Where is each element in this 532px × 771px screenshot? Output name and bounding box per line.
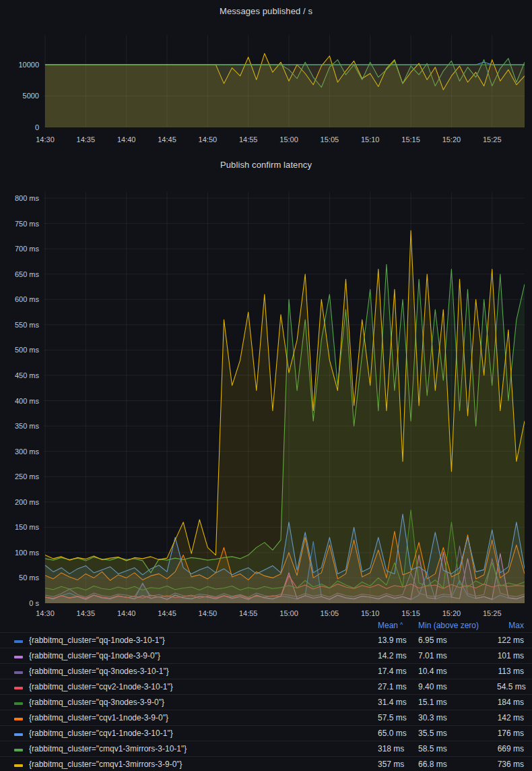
max-value: 142 ms	[497, 713, 524, 722]
min-value: 10.4 ms	[418, 667, 497, 676]
panel-title-messages-published[interactable]: Messages published / s	[0, 6, 532, 16]
max-value: 669 ms	[497, 744, 524, 753]
x-axis-label: 14:50	[191, 609, 224, 618]
mean-value: 357 ms	[378, 760, 418, 769]
series-color-swatch	[14, 640, 23, 643]
x-axis-label: 15:10	[354, 135, 387, 144]
x-axis-label: 14:35	[69, 609, 102, 618]
x-axis-label: 15:20	[435, 609, 467, 618]
min-value: 7.01 ms	[418, 651, 497, 660]
x-axis-label: 15:00	[273, 135, 305, 144]
x-axis-label: 15:25	[476, 135, 508, 144]
min-value: 58.5 ms	[418, 744, 497, 753]
legend-row[interactable]: {rabbitmq_cluster="cmqv1-3mirrors-3-9-0"…	[0, 756, 532, 771]
series-color-swatch	[14, 687, 23, 689]
series-color-swatch	[14, 764, 23, 767]
series-color-swatch	[14, 671, 23, 674]
y-axis-label: 800 ms	[0, 193, 39, 203]
series-fill	[45, 65, 525, 127]
y-axis-label: 300 ms	[0, 447, 39, 456]
min-value: 6.95 ms	[418, 636, 497, 645]
legend-row[interactable]: {rabbitmq_cluster="cqv2-1node-3-10-1"}27…	[0, 679, 532, 694]
legend-header-row: Mean^Min (above zero)Max	[0, 619, 532, 632]
legend-row[interactable]: {rabbitmq_cluster="cqv1-1node-3-10-1"}65…	[0, 725, 532, 741]
x-axis-label: 15:05	[313, 609, 345, 618]
y-axis-label: 700 ms	[0, 244, 39, 253]
y-axis-label: 150 ms	[0, 522, 39, 532]
x-axis-label: 14:35	[69, 135, 102, 144]
publish-confirm-latency-chart-canvas[interactable]	[44, 192, 525, 603]
series-label[interactable]: {rabbitmq_cluster="qq-1node-3-10-1"}	[29, 636, 378, 645]
x-axis-label: 14:55	[232, 609, 265, 618]
series-label[interactable]: {rabbitmq_cluster="qq-3nodes-3-9-0"}	[29, 698, 378, 707]
x-axis-label: 15:05	[313, 135, 345, 144]
x-axis-label: 14:50	[191, 135, 224, 144]
x-axis-label: 15:00	[273, 609, 305, 618]
mean-value: 14.2 ms	[378, 651, 418, 660]
y-axis-label: 650 ms	[0, 270, 39, 279]
y-axis-label: 10000	[0, 60, 39, 69]
max-value: 122 ms	[497, 636, 524, 645]
legend-col-min[interactable]: Min (above zero)	[418, 621, 497, 630]
column-label: Max	[508, 621, 524, 630]
legend-col-max[interactable]: Max	[497, 621, 524, 630]
legend-col-mean[interactable]: Mean^	[378, 621, 418, 630]
legend-row[interactable]: {rabbitmq_cluster="qq-3nodes-3-9-0"}31.4…	[0, 694, 532, 710]
series-color-swatch	[14, 718, 23, 720]
y-axis-label: 500 ms	[0, 345, 39, 354]
x-axis-label: 15:15	[395, 609, 427, 618]
mean-value: 65.0 ms	[378, 729, 418, 738]
messages-published-chart-canvas[interactable]	[44, 35, 525, 127]
series-color-swatch	[14, 656, 23, 658]
y-axis-label: 750 ms	[0, 219, 39, 228]
y-axis-label: 600 ms	[0, 295, 39, 304]
x-axis-label: 15:10	[354, 609, 387, 618]
x-axis-label: 14:30	[29, 609, 61, 618]
min-value: 35.5 ms	[418, 729, 497, 738]
series-label[interactable]: {rabbitmq_cluster="qq-3nodes-3-10-1"}	[29, 667, 378, 676]
sort-ascending-icon: ^	[400, 621, 403, 628]
max-value: 736 ms	[497, 760, 524, 769]
mean-value: 17.4 ms	[378, 667, 418, 676]
x-axis-label: 14:40	[110, 135, 143, 144]
series-label[interactable]: {rabbitmq_cluster="cqv2-1node-3-10-1"}	[29, 682, 378, 691]
column-label: Mean	[378, 621, 398, 630]
min-value: 66.8 ms	[418, 760, 497, 769]
legend-row[interactable]: {rabbitmq_cluster="cqv1-1node-3-9-0"}57.…	[0, 710, 532, 725]
max-value: 54.5 ms	[497, 682, 526, 691]
y-axis-label: 50 ms	[0, 573, 39, 582]
y-axis-label: 250 ms	[0, 472, 39, 481]
y-axis-label: 100 ms	[0, 548, 39, 557]
series-label[interactable]: {rabbitmq_cluster="cmqv1-3mirrors-3-9-0"…	[29, 760, 378, 769]
legend-table: Mean^Min (above zero)Max{rabbitmq_cluste…	[0, 619, 532, 771]
mean-value: 27.1 ms	[378, 682, 418, 691]
mean-value: 13.9 ms	[378, 636, 418, 645]
series-color-swatch	[14, 702, 23, 705]
min-value: 30.3 ms	[418, 713, 497, 722]
y-axis-label: 5000	[0, 91, 39, 100]
y-axis-label: 200 ms	[0, 497, 39, 507]
panel-title-publish-confirm-latency[interactable]: Publish confirm latency	[0, 160, 532, 170]
legend-row[interactable]: {rabbitmq_cluster="cmqv1-3mirrors-3-10-1…	[0, 741, 532, 756]
series-label[interactable]: {rabbitmq_cluster="qq-1node-3-9-0"}	[29, 651, 378, 660]
x-axis-label: 15:20	[435, 135, 467, 144]
mean-value: 57.5 ms	[378, 713, 418, 722]
x-axis-label: 14:30	[29, 135, 61, 144]
min-value: 9.40 ms	[418, 682, 497, 691]
x-axis-label: 14:45	[151, 609, 183, 618]
series-label[interactable]: {rabbitmq_cluster="cqv1-1node-3-9-0"}	[29, 713, 378, 722]
y-axis-label: 0	[0, 123, 39, 132]
x-axis-label: 15:25	[476, 609, 508, 618]
y-axis-label: 350 ms	[0, 421, 39, 431]
series-color-swatch	[14, 733, 23, 736]
max-value: 176 ms	[497, 729, 524, 738]
x-axis-label: 14:40	[110, 609, 143, 618]
legend-row[interactable]: {rabbitmq_cluster="qq-1node-3-10-1"}13.9…	[0, 632, 532, 648]
series-color-swatch	[14, 749, 23, 751]
mean-value: 31.4 ms	[378, 698, 418, 707]
legend-row[interactable]: {rabbitmq_cluster="qq-3nodes-3-10-1"}17.…	[0, 663, 532, 679]
legend-row[interactable]: {rabbitmq_cluster="qq-1node-3-9-0"}14.2 …	[0, 648, 532, 663]
series-label[interactable]: {rabbitmq_cluster="cqv1-1node-3-10-1"}	[29, 729, 378, 738]
series-label[interactable]: {rabbitmq_cluster="cmqv1-3mirrors-3-10-1…	[29, 744, 378, 753]
y-axis-label: 0 s	[0, 598, 39, 608]
